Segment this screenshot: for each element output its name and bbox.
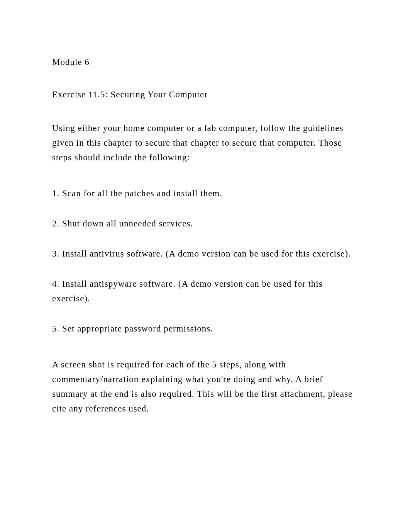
intro-paragraph: Using either your home computer or a lab…: [52, 121, 358, 165]
step-item: 2. Shut down all unneeded services.: [52, 216, 358, 231]
document-page: Module 6 Exercise 11.5: Securing Your Co…: [0, 0, 410, 532]
step-item: 5. Set appropriate password permissions.: [52, 321, 358, 336]
steps-list: 1. Scan for all the patches and install …: [52, 186, 358, 336]
closing-paragraph: A screen shot is required for each of th…: [52, 357, 358, 416]
exercise-title: Exercise 11.5: Securing Your Computer: [52, 88, 358, 101]
step-item: 3. Install antivirus software. (A demo v…: [52, 246, 358, 261]
step-item: 1. Scan for all the patches and install …: [52, 186, 358, 201]
step-item: 4. Install antispyware software. (A demo…: [52, 277, 358, 306]
module-heading: Module 6: [52, 56, 358, 68]
